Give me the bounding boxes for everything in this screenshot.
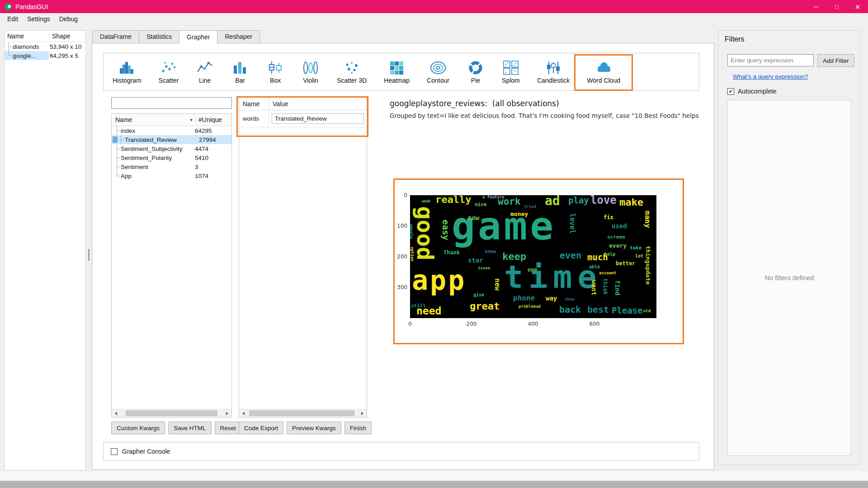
plot-type-pie[interactable]: Pie [461,60,490,84]
heatmap-icon [388,60,406,75]
query-expression-input[interactable] [727,54,814,66]
app-logo-icon [5,3,12,10]
kwargs-horizontal-scrollbar[interactable] [239,409,367,417]
column-header-unique[interactable]: #Unique [196,116,231,123]
selection-mark [113,136,118,143]
splitter-handle[interactable] [88,249,90,261]
wordcloud-word: better [616,261,635,266]
column-item-translated-review[interactable]: Translated_Review27994 [112,135,231,144]
plot-type-scatter-3d[interactable]: Scatter 3D [331,60,372,84]
left-triangle-icon [113,412,117,415]
column-header-name[interactable]: Name ▾ [112,116,196,123]
tab-dataframe[interactable]: DataFrame [92,30,139,43]
code-export-button[interactable]: Code Export [239,422,283,434]
kwarg-value[interactable]: Translated_Review [272,113,364,124]
tree-branch-icon [114,144,121,153]
plot-type-toolbar: HistogramScatterLineBarBoxViolinScatter … [103,53,699,91]
preview-kwargs-button[interactable]: Preview Kwargs [287,422,341,434]
wordcloud-word: issue [478,266,490,270]
picker-horizontal-scrollbar[interactable] [112,409,231,417]
dataframe-list-panel: Name Shape diamonds53,940 x 10google...6… [4,30,86,470]
scroll-right-arrow[interactable] [359,409,367,417]
query-expression-help-link[interactable]: What's a query expression? [733,73,808,80]
column-item-sentiment[interactable]: Sentiment3 [112,162,231,171]
add-filter-button[interactable]: Add Filter [817,54,854,67]
close-button[interactable]: × [847,0,868,13]
wordcloud-word: good [414,206,435,260]
plot-type-heatmap[interactable]: Heatmap [378,60,415,84]
tab-grapher[interactable]: Grapher [179,30,217,44]
wordcloud-word: every [609,243,627,249]
kwargs-panel: Name Value wordsTranslated_Review [239,97,367,418]
column-search-input[interactable] [111,97,232,109]
column-tree-header: Name ▾ #Unique [112,114,231,126]
minimize-button[interactable]: ─ [806,0,826,13]
plot-type-violin[interactable]: Violin [296,60,325,84]
plot-type-histogram[interactable]: Histogram [107,60,147,84]
plot-type-label: Line [199,77,211,84]
right-triangle-icon [226,412,230,415]
menu-debug[interactable]: Debug [55,14,82,24]
scroll-left-arrow[interactable] [239,409,247,417]
wordcloud-word: fix [604,215,613,220]
plot-type-splom[interactable]: Splom [496,60,525,84]
scrollbar-track[interactable] [119,409,224,417]
line-icon [196,60,214,75]
plot-type-line[interactable]: Line [190,60,219,84]
column-item-app[interactable]: App1074 [112,171,231,180]
maximize-icon: □ [835,3,839,10]
grapher-console-checkbox[interactable] [111,448,118,455]
kwarg-name[interactable]: words [239,110,269,127]
wordcloud-word: money [510,211,528,217]
wordcloud-word: new [494,278,500,291]
autocomplete-checkbox[interactable] [727,88,734,95]
x-tick-label: 0 [408,321,412,327]
menu-settings[interactable]: Settings [23,14,55,24]
pandasgui-window: PandasGUI ─ □ × EditSettingsDebug Name S… [0,0,868,488]
tab-statistics[interactable]: Statistics [139,30,179,43]
wordcloud-word: easy [442,220,450,240]
dataframe-name: google... [13,52,49,59]
filter-input-row: Add Filter [727,54,851,67]
reset-button[interactable]: Reset [215,422,241,434]
dataframe-item-google[interactable]: google...64,295 x 5 [5,51,85,60]
scrollbar-thumb[interactable] [249,410,354,416]
contour-icon [429,60,447,75]
wordcloud-word: Please [612,306,643,314]
finish-button[interactable]: Finish [344,422,372,434]
column-item-index[interactable]: index64295 [112,126,231,135]
column-item-sentiment-subjectivity[interactable]: Sentiment_Subjectivity4474 [112,144,231,153]
plot-type-label: Bar [235,77,245,84]
custom-kwargs-button[interactable]: Custom Kwargs [111,422,165,434]
dataframe-header-shape[interactable]: Shape [50,33,85,40]
scrollbar-track[interactable] [247,409,359,417]
column-item-sentiment-polarity[interactable]: Sentiment_Polarity5410 [112,153,231,162]
wordcloud-word: used [612,223,627,229]
dataframe-item-diamonds[interactable]: diamonds53,940 x 10 [5,42,85,51]
menu-edit[interactable]: Edit [3,14,23,24]
scrollbar-thumb[interactable] [126,410,217,416]
plot-type-scatter[interactable]: Scatter [153,60,184,84]
plot-type-candlestick[interactable]: Candlestick [532,60,575,84]
column-name: Sentiment_Subjectivity [121,145,192,152]
column-unique-count: 1074 [192,173,208,179]
column-tree: Name ▾ #Unique index64295Translated_Revi… [111,113,232,418]
scroll-right-arrow[interactable] [224,409,231,417]
plot-type-word-cloud[interactable]: Word Cloud [581,60,626,84]
tab-reshaper[interactable]: Reshaper [217,30,260,43]
wordcloud-word: show [565,297,575,301]
grapher-console-label: Grapher Console [122,448,170,455]
column-name: Sentiment_Polarity [121,155,192,161]
save-html-button[interactable]: Save HTML [168,422,211,434]
violin-icon [302,60,320,75]
scroll-left-arrow[interactable] [112,409,119,417]
plot-type-label: Contour [427,77,449,84]
plot-type-box[interactable]: Box [261,60,290,84]
maximize-button[interactable]: □ [826,0,847,13]
plot-type-bar[interactable]: Bar [226,60,255,84]
y-tick-label: 100 [395,223,407,229]
dataframe-header-name[interactable]: Name [5,33,50,40]
plot-type-contour[interactable]: Contour [421,60,455,84]
sort-arrow-icon[interactable]: ▾ [190,117,193,123]
plot-type-label: Violin [303,77,318,84]
